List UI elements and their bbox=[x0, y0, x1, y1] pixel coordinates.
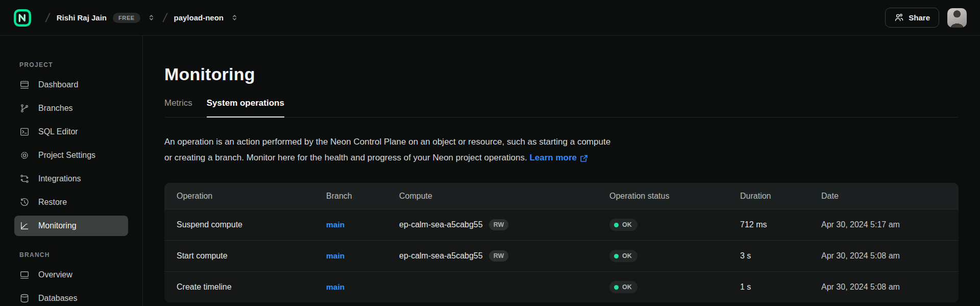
compute-endpoint: ep-calm-sea-a5cabg55 bbox=[399, 251, 483, 261]
breadcrumb-separator: / bbox=[162, 11, 168, 25]
sidebar-section-branch-label: BRANCH bbox=[19, 251, 142, 258]
sidebar-item-dashboard[interactable]: Dashboard bbox=[14, 75, 128, 95]
rw-badge: RW bbox=[489, 250, 509, 262]
operations-description: An operation is an action performed by t… bbox=[164, 134, 959, 166]
sidebar-item-label: Dashboard bbox=[38, 80, 78, 89]
overview-icon bbox=[19, 270, 30, 280]
sidebar-item-sql-editor[interactable]: SQL Editor bbox=[14, 122, 128, 142]
operation-cell: Start compute bbox=[164, 251, 314, 261]
date-cell: Apr 30, 2024 5:08 am bbox=[809, 251, 959, 261]
neon-logo[interactable] bbox=[13, 9, 32, 27]
sidebar-item-branches[interactable]: Branches bbox=[14, 98, 128, 119]
table-row: Start compute main ep-calm-sea-a5cabg55 … bbox=[164, 240, 959, 271]
dashboard-icon bbox=[19, 80, 30, 90]
sidebar-item-databases[interactable]: Databases bbox=[14, 288, 128, 306]
duration-cell: 712 ms bbox=[728, 220, 809, 229]
sidebar-item-integrations[interactable]: Integrations bbox=[14, 169, 128, 189]
sidebar-item-label: SQL Editor bbox=[38, 127, 78, 136]
external-link-icon bbox=[580, 153, 588, 162]
column-header-operation-status: Operation status bbox=[597, 192, 728, 201]
duration-cell: 3 s bbox=[728, 251, 809, 261]
status-ok-dot-icon bbox=[614, 285, 619, 290]
sidebar-item-label: Restore bbox=[38, 198, 67, 207]
share-users-icon bbox=[894, 13, 904, 22]
share-button[interactable]: Share bbox=[885, 8, 939, 28]
duration-cell: 1 s bbox=[728, 283, 809, 292]
table-row: Suspend compute main ep-calm-sea-a5cabg5… bbox=[164, 209, 959, 240]
org-selector-chevrons-icon[interactable] bbox=[146, 13, 156, 22]
compute-endpoint: ep-calm-sea-a5cabg55 bbox=[399, 220, 483, 229]
tab-system-operations[interactable]: System operations bbox=[207, 98, 284, 117]
branch-link[interactable]: main bbox=[326, 283, 345, 292]
branch-link[interactable]: main bbox=[326, 251, 345, 261]
learn-more-link[interactable]: Learn more bbox=[529, 150, 588, 166]
sidebar-item-label: Project Settings bbox=[38, 151, 95, 160]
status-ok-dot-icon bbox=[614, 223, 619, 227]
date-cell: Apr 30, 2024 5:08 am bbox=[809, 283, 959, 292]
sidebar-section-project-label: PROJECT bbox=[19, 61, 142, 68]
status-badge: OK bbox=[609, 250, 638, 262]
status-label: OK bbox=[622, 284, 632, 291]
restore-icon bbox=[19, 197, 30, 207]
tab-bar: Metrics System operations bbox=[164, 98, 959, 117]
column-header-compute: Compute bbox=[387, 192, 597, 201]
description-line-1: An operation is an action performed by t… bbox=[164, 137, 610, 147]
status-badge: OK bbox=[609, 281, 638, 293]
learn-more-label: Learn more bbox=[529, 150, 577, 166]
sidebar-item-overview[interactable]: Overview bbox=[14, 265, 128, 285]
rw-badge: RW bbox=[489, 219, 509, 230]
sql-editor-icon bbox=[19, 127, 30, 137]
sidebar-item-label: Overview bbox=[38, 270, 72, 279]
operations-table: Operation Branch Compute Operation statu… bbox=[164, 183, 959, 302]
column-header-operation: Operation bbox=[164, 192, 314, 201]
table-header-row: Operation Branch Compute Operation statu… bbox=[164, 183, 959, 209]
sidebar-item-restore[interactable]: Restore bbox=[14, 192, 128, 213]
sidebar-item-project-settings[interactable]: Project Settings bbox=[14, 145, 128, 166]
tab-metrics[interactable]: Metrics bbox=[164, 98, 192, 117]
sidebar-item-monitoring[interactable]: Monitoring bbox=[14, 216, 128, 236]
status-badge: OK bbox=[609, 219, 638, 231]
operation-cell: Create timeline bbox=[164, 283, 314, 292]
breadcrumb-org-name[interactable]: Rishi Raj Jain bbox=[57, 13, 107, 22]
project-selector-chevrons-icon[interactable] bbox=[230, 13, 239, 22]
gear-icon bbox=[19, 150, 30, 160]
breadcrumb-separator: / bbox=[44, 11, 51, 25]
table-row: Create timeline main OK 1 s Apr 30, 2024… bbox=[164, 271, 959, 302]
status-ok-dot-icon bbox=[614, 254, 619, 258]
main-content: Monitoring Metrics System operations An … bbox=[143, 36, 980, 306]
sidebar-item-label: Branches bbox=[38, 104, 73, 113]
avatar[interactable] bbox=[947, 8, 967, 28]
column-header-branch: Branch bbox=[314, 192, 387, 201]
breadcrumb-project-name[interactable]: payload-neon bbox=[174, 13, 224, 22]
status-label: OK bbox=[622, 252, 632, 260]
sidebar-item-label: Databases bbox=[38, 294, 78, 303]
column-header-date: Date bbox=[809, 192, 959, 201]
sidebar: PROJECT Dashboard Branches bbox=[0, 36, 143, 306]
integrations-icon bbox=[19, 174, 30, 184]
status-label: OK bbox=[622, 221, 632, 228]
database-icon bbox=[19, 293, 30, 303]
column-header-duration: Duration bbox=[728, 192, 809, 201]
sidebar-item-label: Monitoring bbox=[38, 221, 77, 230]
monitoring-icon bbox=[19, 221, 30, 231]
branch-link[interactable]: main bbox=[326, 220, 345, 229]
share-button-label: Share bbox=[909, 13, 930, 22]
branches-icon bbox=[19, 103, 30, 113]
date-cell: Apr 30, 2024 5:17 am bbox=[809, 220, 959, 229]
operation-cell: Suspend compute bbox=[164, 220, 314, 229]
description-line-2: or creating a branch. Monitor here for t… bbox=[164, 153, 527, 162]
plan-badge: FREE bbox=[113, 13, 140, 23]
topbar: / Rishi Raj Jain FREE / payload-neon Sha… bbox=[0, 0, 980, 36]
page-title: Monitoring bbox=[164, 64, 959, 84]
sidebar-item-label: Integrations bbox=[38, 174, 81, 183]
